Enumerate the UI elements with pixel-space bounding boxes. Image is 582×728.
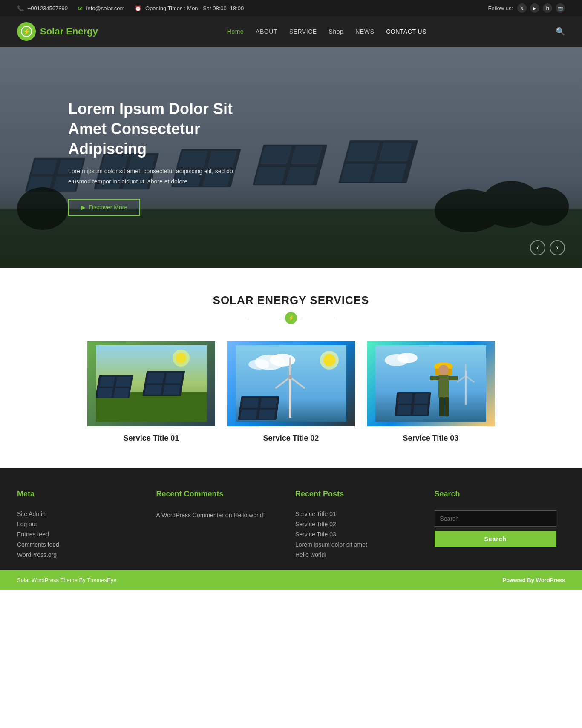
footer-post-link-4[interactable]: Lorem ipsum dolor sit amet — [295, 541, 418, 548]
hero-navigation: ‹ › — [530, 240, 565, 255]
svg-rect-26 — [346, 143, 380, 161]
footer-link-site-admin[interactable]: Site Admin — [17, 510, 139, 517]
svg-rect-74 — [444, 397, 449, 416]
svg-rect-71 — [430, 376, 439, 380]
email-icon: ✉ — [78, 5, 83, 11]
svg-rect-40 — [97, 388, 113, 398]
nav-about[interactable]: ABOUT — [256, 28, 277, 35]
footer-link-entries-feed[interactable]: Entries feed — [17, 531, 139, 538]
footer-posts-heading: Recent Posts — [295, 490, 418, 503]
logo-svg: ⚡ — [20, 26, 32, 37]
top-bar-right: Follow us: 𝕏 ▶ in 📷 — [488, 3, 565, 13]
svg-rect-21 — [260, 147, 291, 164]
footer-link-comments-feed[interactable]: Comments feed — [17, 541, 139, 548]
hero-section: Lorem Ipsum Dolor Sit Amet Consectetur A… — [0, 47, 582, 268]
nav-home[interactable]: Home — [227, 28, 244, 35]
hero-cta-button[interactable]: ▶ Discover More — [68, 199, 140, 216]
footer-comments-heading: Recent Comments — [156, 490, 279, 503]
svg-point-32 — [522, 187, 569, 226]
linkedin-icon[interactable]: in — [543, 3, 552, 13]
service-svg-2 — [236, 345, 346, 422]
top-bar: 📞 +001234567890 ✉ info@solar.com ⏰ Openi… — [0, 0, 582, 16]
nav-news[interactable]: NEWS — [355, 28, 374, 35]
footer-comments-text: A WordPress Commenter on Hello world! — [156, 510, 279, 520]
svg-rect-28 — [341, 164, 374, 182]
service-svg-1 — [96, 345, 207, 422]
footer-post-link-2[interactable]: Service Title 02 — [295, 521, 418, 527]
footer-search-button[interactable]: Search — [435, 531, 557, 547]
svg-rect-29 — [373, 164, 406, 182]
footer-link-wordpress-org[interactable]: WordPress.org — [17, 551, 139, 558]
logo-icon: ⚡ — [17, 22, 36, 41]
svg-rect-41 — [113, 388, 129, 398]
svg-rect-44 — [165, 373, 182, 383]
svg-rect-38 — [99, 377, 115, 387]
opening-info: ⏰ Opening Times : Mon - Sat 08:00 -18:00 — [135, 5, 244, 11]
clock-icon: ⏰ — [135, 5, 141, 11]
footer-link-logout[interactable]: Log out — [17, 521, 139, 527]
svg-rect-72 — [449, 376, 458, 380]
footer-post-link-1[interactable]: Service Title 01 — [295, 510, 418, 517]
nav-service[interactable]: SERVICE — [289, 28, 317, 35]
footer-meta-heading: Meta — [17, 490, 139, 503]
hero-next-button[interactable]: › — [550, 240, 565, 255]
main-nav: Home ABOUT SERVICE Shop NEWS CONTACT US — [227, 28, 426, 35]
services-title: SOLAR ENERGY SERVICES — [17, 294, 565, 307]
svg-rect-70 — [438, 375, 449, 398]
svg-point-51 — [270, 354, 295, 367]
svg-rect-22 — [291, 147, 322, 164]
svg-rect-46 — [163, 385, 181, 395]
svg-rect-45 — [145, 385, 162, 395]
hero-title: Lorem Ipsum Dolor Sit Amet Consectetur A… — [68, 99, 256, 159]
svg-rect-23 — [255, 167, 286, 184]
phone-icon: 📞 — [17, 5, 24, 11]
svg-point-48 — [176, 353, 186, 363]
twitter-icon[interactable]: 𝕏 — [517, 3, 527, 13]
svg-point-64 — [323, 354, 335, 366]
svg-rect-62 — [259, 410, 276, 419]
footer-post-link-3[interactable]: Service Title 03 — [295, 531, 418, 538]
svg-rect-60 — [260, 398, 277, 408]
logo-text: Solar Energy — [40, 26, 98, 37]
svg-point-67 — [397, 353, 418, 363]
nav-contact[interactable]: CONTACT US — [386, 28, 426, 35]
footer-search-heading: Search — [435, 490, 557, 503]
services-section: SOLAR ENERGY SERVICES ⚡ — [0, 268, 582, 468]
footer: Meta Site Admin Log out Entries feed Com… — [0, 468, 582, 570]
svg-rect-27 — [379, 143, 412, 161]
footer-post-link-5[interactable]: Hello world! — [295, 551, 418, 558]
svg-rect-43 — [147, 373, 164, 383]
footer-posts-col: Recent Posts Service Title 01 Service Ti… — [287, 490, 426, 562]
service-card-2: Service Title 02 — [227, 341, 355, 443]
footer-meta-col: Meta Site Admin Log out Entries feed Com… — [17, 490, 148, 562]
divider-line-left — [248, 318, 282, 318]
footer-comments-col: Recent Comments A WordPress Commenter on… — [148, 490, 287, 562]
nav-shop[interactable]: Shop — [329, 28, 344, 35]
bottom-bar: Solar WordPress Theme By ThemesEye Power… — [0, 570, 582, 590]
phone-info: 📞 +001234567890 — [17, 5, 68, 11]
svg-rect-80 — [413, 405, 428, 415]
instagram-icon[interactable]: 📷 — [556, 3, 565, 13]
svg-rect-79 — [397, 405, 412, 415]
svg-rect-24 — [285, 167, 317, 184]
header-search-button[interactable]: 🔍 — [556, 27, 565, 36]
youtube-icon[interactable]: ▶ — [530, 3, 539, 13]
divider-icon: ⚡ — [285, 312, 297, 324]
hero-prev-button[interactable]: ‹ — [530, 240, 545, 255]
service-image-3 — [367, 341, 495, 426]
social-icons: 𝕏 ▶ in 📷 — [517, 3, 565, 13]
header: ⚡ Solar Energy Home ABOUT SERVICE Shop N… — [0, 16, 582, 47]
service-title-3: Service Title 03 — [367, 434, 495, 443]
top-bar-left: 📞 +001234567890 ✉ info@solar.com ⏰ Openi… — [17, 5, 244, 11]
footer-search-input[interactable] — [435, 510, 557, 527]
services-grid: Service Title 01 — [17, 341, 565, 443]
svg-point-33 — [435, 189, 503, 232]
svg-rect-39 — [115, 377, 131, 387]
svg-point-75 — [438, 365, 449, 375]
service-title-2: Service Title 02 — [227, 434, 355, 443]
bottom-bar-right-text: Powered By WordPress — [503, 577, 565, 583]
svg-rect-59 — [242, 398, 259, 408]
email-info: ✉ info@solar.com — [78, 5, 124, 11]
svg-point-52 — [248, 359, 270, 370]
svg-text:⚡: ⚡ — [23, 28, 31, 35]
